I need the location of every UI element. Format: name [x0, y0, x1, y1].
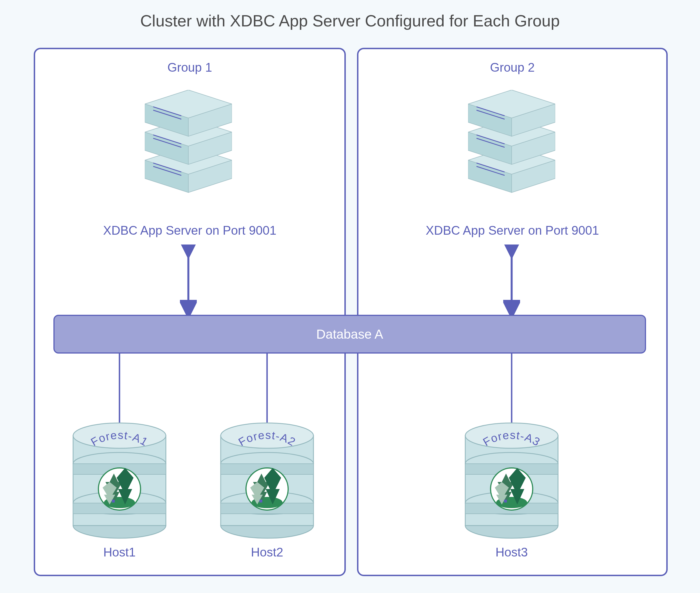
- server-stack-icon: [468, 90, 555, 197]
- diagram-title: Cluster with XDBC App Server Configured …: [0, 11, 700, 30]
- connector-line: [510, 353, 513, 426]
- database-node: Database A: [53, 315, 646, 354]
- forest-cylinder-icon: Forest-A3: [462, 422, 561, 540]
- host-3-label: Host3: [462, 545, 561, 559]
- database-label: Database A: [316, 326, 383, 342]
- bidirectional-arrow-icon: [503, 244, 520, 315]
- forest-cylinder-icon: Forest-A2: [218, 422, 316, 540]
- forest-cylinder-icon: Forest-A1: [70, 422, 169, 540]
- connector-line: [266, 353, 269, 426]
- host-2-label: Host2: [218, 545, 316, 559]
- group-2-label: Group 2: [358, 61, 666, 75]
- diagram-canvas: Cluster with XDBC App Server Configured …: [0, 0, 700, 593]
- group-1-label: Group 1: [35, 61, 344, 75]
- server-1-caption: XDBC App Server on Port 9001: [35, 224, 344, 237]
- server-2-caption: XDBC App Server on Port 9001: [358, 224, 666, 237]
- host-1-label: Host1: [70, 545, 169, 559]
- server-stack-icon: [145, 90, 232, 197]
- connector-line: [118, 353, 121, 426]
- bidirectional-arrow-icon: [180, 244, 197, 315]
